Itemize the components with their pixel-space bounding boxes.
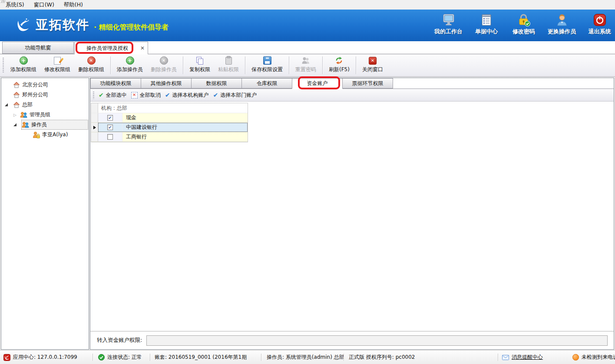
document-center-label: 单据中心 <box>475 28 498 36</box>
reset-password-button: 重置密码 <box>291 54 320 76</box>
brand-slogan: · 精细化管理软件倡导者 <box>94 19 169 32</box>
account-name: 工商银行 <box>122 132 248 141</box>
account-set-status: 账套: 20160519_0001 (2016年第1期 <box>155 351 247 364</box>
select-all-button[interactable]: ✔ 全部选中 <box>99 92 127 99</box>
group-label: 机构 : 总部 <box>98 103 248 113</box>
tree-node-beijing-branch[interactable]: 北京分公司 <box>1 80 89 90</box>
menu-bar: 系统(S) 窗口(W) 帮助(H) <box>0 0 615 10</box>
connection-status: 连接状态: 正常 <box>98 351 142 364</box>
home-icon <box>13 92 20 98</box>
tree-node-admin-group[interactable]: ▷ 管理员组 <box>1 110 89 120</box>
tab-label: 票据环节权限 <box>352 80 384 87</box>
account-row-ccb[interactable]: ✔ 中国建设银行 <box>91 123 248 132</box>
tree-node-label: 操作员 <box>31 121 47 128</box>
tab-label: 功能模块权限 <box>100 80 132 87</box>
toolbar-grip[interactable] <box>3 58 4 73</box>
grid-group-row: 机构 : 总部 <box>91 103 248 113</box>
menu-window[interactable]: 窗口(W) <box>30 0 60 10</box>
close-window-button[interactable]: ✕ 关闭窗口 <box>358 54 387 76</box>
toolbar-separator <box>183 56 183 74</box>
edit-permission-group-button[interactable]: 修改权限组 <box>40 54 74 76</box>
add-operator-button[interactable]: + 添加操作员 <box>113 54 147 76</box>
expander-closed-icon[interactable]: ▷ <box>13 113 17 117</box>
organization-tree: 北京分公司 郑州分公司 总部 ▷ 管理员组 <box>1 78 89 350</box>
tab-bill-stage-permissions[interactable]: 票据环节权限 <box>342 78 393 89</box>
refresh-icon <box>335 56 343 65</box>
tab-data-permissions[interactable]: 数据权限 <box>191 78 242 89</box>
button-label: 选择本部门账户 <box>220 92 257 99</box>
status-separator <box>261 354 261 361</box>
checkbox-icbc[interactable] <box>107 134 113 140</box>
save-icon <box>263 56 271 65</box>
close-tab-icon[interactable]: ✕ <box>139 45 146 52</box>
tab-operator-management[interactable]: 操作员管理及授权 ✕ <box>74 42 148 54</box>
power-off-icon <box>593 13 606 26</box>
tree-node-headquarters[interactable]: 总部 <box>1 100 89 110</box>
toolbar-grip[interactable] <box>93 92 94 99</box>
button-label: 刷新(F5) <box>329 66 350 73</box>
select-dept-accounts-icon: ✔ <box>213 92 218 98</box>
status-separator <box>498 354 498 361</box>
status-separator <box>344 354 344 361</box>
message-center-link[interactable]: 消息提醒中心 <box>502 351 543 364</box>
brand: 亚拓软件 · 精细化管理软件倡导者 <box>15 16 169 34</box>
tab-warehouse-permissions[interactable]: 仓库权限 <box>241 78 292 89</box>
expander-open-icon[interactable] <box>5 103 8 106</box>
tab-fund-accounts[interactable]: 资金账户 <box>292 78 343 89</box>
tree-node-label: 郑州分公司 <box>22 91 48 98</box>
tab-function-navigator[interactable]: 功能导航窗 <box>2 42 74 54</box>
save-permission-settings-button[interactable]: 保存权限设置 <box>248 54 287 76</box>
app-header: 亚拓软件 · 精细化管理软件倡导者 我的工作台 单据中心 <box>0 10 615 41</box>
select-dept-accounts-button[interactable]: ✔ 选择本部门账户 <box>213 92 257 99</box>
document-center-button[interactable]: 单据中心 <box>473 13 500 36</box>
refresh-button[interactable]: 刷新(F5) <box>325 54 354 76</box>
add-permission-group-button[interactable]: + 添加权限组 <box>7 54 40 76</box>
tree-node-operators[interactable]: 操作员 <box>1 120 89 130</box>
account-row-icbc[interactable]: 工商银行 <box>91 132 248 142</box>
expander-open-icon[interactable] <box>13 123 17 126</box>
change-password-button[interactable]: 修改密码 <box>510 13 537 36</box>
row-indicator-cell <box>91 103 98 113</box>
button-label: 复制权限 <box>189 66 210 73</box>
tab-function-navigator-label: 功能导航窗 <box>25 44 51 52</box>
permissions-panel: 功能模块权限 其他操作权限 数据权限 仓库权限 资金账户 票据环节权限 ✔ 全部… <box>90 78 614 350</box>
checkbox-cash[interactable]: ✔ <box>107 115 113 121</box>
delete-permission-group-button[interactable]: ✕ 删除权限组 <box>74 54 108 76</box>
message-center-text: 消息提醒中心 <box>512 354 543 361</box>
tab-module-permissions[interactable]: 功能模块权限 <box>90 78 141 89</box>
tree-node-zhengzhou-branch[interactable]: 郑州分公司 <box>1 90 89 100</box>
switch-operator-button[interactable]: 更换操作员 <box>548 13 576 36</box>
tree-node-label: 总部 <box>22 101 33 108</box>
transfer-permission-input[interactable] <box>146 335 608 346</box>
menu-system[interactable]: 系统(S) <box>2 0 30 10</box>
deselect-all-button[interactable]: ✕ 全部取消 <box>131 92 161 99</box>
connected-icon <box>98 354 105 361</box>
menu-help[interactable]: 帮助(H) <box>60 0 89 10</box>
tree-node-operator-liya[interactable]: 李亚A(lya) <box>1 130 89 140</box>
checkbox-ccb[interactable]: ✔ <box>107 125 113 130</box>
tab-operator-management-label: 操作员管理及授权 <box>86 45 128 52</box>
operator-text: 操作员: 系统管理员(admin) 总部 <box>267 354 344 361</box>
connection-text: 连接状态: 正常 <box>107 354 142 361</box>
button-label: 添加权限组 <box>10 66 36 73</box>
status-separator <box>93 354 93 361</box>
tab-other-operation-permissions[interactable]: 其他操作权限 <box>141 78 192 89</box>
check-glyph: ✔ <box>108 116 112 120</box>
mail-icon <box>502 355 509 360</box>
copy-permissions-button[interactable]: 复制权限 <box>185 54 214 76</box>
paste-icon <box>225 57 232 65</box>
selected-tree-node: 操作员 <box>22 120 88 129</box>
cancel-all-icon: ✕ <box>131 92 138 98</box>
select-org-accounts-button[interactable]: ✔ 选择本机构账户 <box>165 92 209 99</box>
license-status: 正式版 授权序列号: pc0002 <box>349 351 415 364</box>
status-bar: 应用中心: 127.0.0.1:7099 连接状态: 正常 账套: 201605… <box>0 350 615 364</box>
exit-system-button[interactable]: 退出系统 <box>586 13 613 36</box>
account-row-cash[interactable]: ✔ 现金 <box>91 113 248 123</box>
delete-disabled-icon: ✕ <box>160 56 168 65</box>
status-separator <box>150 354 150 361</box>
check-glyph: ✔ <box>108 125 112 130</box>
add-icon: + <box>20 56 28 65</box>
tree-node-label: 李亚A(lya) <box>42 131 68 138</box>
workbench-button[interactable]: 我的工作台 <box>434 13 463 36</box>
copy-icon <box>196 57 204 64</box>
